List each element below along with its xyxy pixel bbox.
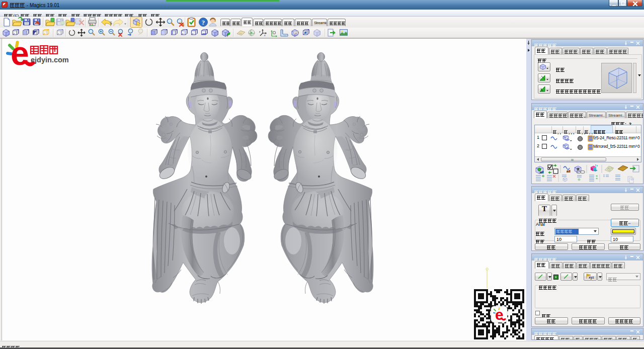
svg-text:x: x <box>264 34 266 37</box>
svg-text:123: 123 <box>294 31 299 34</box>
svg-text:z: z <box>259 30 261 33</box>
svg-text:all: all <box>567 169 571 173</box>
svg-text:?: ? <box>202 19 205 26</box>
svg-text:all: all <box>540 170 544 174</box>
svg-text:xyz: xyz <box>589 276 594 280</box>
